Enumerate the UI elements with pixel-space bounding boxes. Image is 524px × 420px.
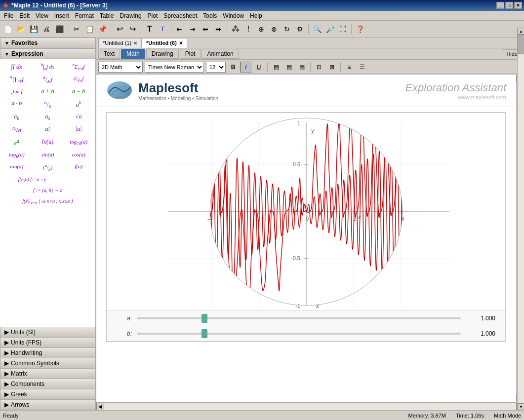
expr-mul[interactable]: a · b (2, 98, 32, 111)
arrows-section[interactable]: ▶ Arrows (0, 400, 95, 410)
align-right-btn[interactable]: ➡ (212, 23, 224, 35)
save-button[interactable]: 💾 (28, 23, 40, 35)
expr-factorial[interactable]: a! (33, 124, 63, 136)
handwriting-section[interactable]: ▶ Handwriting (0, 348, 95, 358)
slider-a-track[interactable] (137, 317, 461, 319)
expr-logb[interactable]: logb(a) (2, 150, 32, 160)
maple-btn2[interactable]: ! (242, 23, 254, 35)
expr-tan[interactable]: tan(a) (2, 161, 32, 173)
cut-button[interactable]: ✂ (71, 23, 82, 35)
align-center-format[interactable]: ▤ (283, 62, 294, 73)
expression-header[interactable]: ▼ Expression (0, 48, 95, 59)
italic-button[interactable]: I (241, 62, 251, 73)
align-left-format[interactable]: ▤ (271, 62, 282, 73)
maple-btn6[interactable]: ⚙ (294, 23, 306, 35)
expr-sin[interactable]: sin(a) (33, 150, 63, 160)
expr-log10[interactable]: log10(a) (64, 137, 93, 149)
menu-drawing[interactable]: Drawing (117, 11, 145, 20)
expr-piecewise[interactable]: f(x)|x=a { -x x<a ; x x≥a } (2, 196, 93, 207)
plot-area[interactable]: -4 -2 0 2 4 0.5 -0.5 (107, 113, 505, 310)
expr-subscript2[interactable]: as (33, 112, 63, 122)
expr-add[interactable]: a + b (33, 86, 63, 97)
text-mode-button[interactable]: T (144, 23, 156, 35)
tab-untitled6[interactable]: *Untitled (6) ✕ (142, 38, 187, 48)
zoom-btn3[interactable]: ⛶ (337, 23, 349, 35)
expr-sum[interactable]: nΣi=kf (64, 61, 93, 73)
menu-table[interactable]: Table (97, 11, 117, 20)
undo-button[interactable]: ↩ (114, 23, 125, 35)
indent-fmt-btn[interactable]: ⊡ (314, 62, 324, 73)
expr-partial[interactable]: ∂/∂xf (64, 74, 93, 85)
mode-select[interactable]: 2D Math (98, 62, 143, 73)
align-left-btn[interactable]: ⬅ (200, 23, 211, 35)
minimize-button[interactable]: _ (496, 2, 504, 9)
print-button[interactable]: 🖨 (40, 23, 52, 35)
size-select[interactable]: 891011121416182436 (206, 62, 226, 73)
menu-insert[interactable]: Insert (51, 11, 72, 20)
close-button[interactable]: ✕ (514, 2, 522, 9)
expr-div[interactable]: a/b (33, 98, 63, 111)
maple-btn1[interactable]: ⁂ (230, 23, 242, 35)
expr-nroot[interactable]: n√a (2, 124, 32, 136)
paste-button[interactable]: 📌 (96, 23, 108, 35)
expr-power[interactable]: ab (64, 98, 93, 111)
expr-subscript[interactable]: an (2, 112, 32, 122)
zoom-out-button[interactable]: 🔎 (324, 23, 336, 35)
expr-exp[interactable]: ea (2, 137, 32, 149)
copy-button[interactable]: 📋 (83, 23, 95, 35)
maple-btn3[interactable]: ⊕ (255, 23, 267, 35)
menu-edit[interactable]: Edit (16, 11, 33, 20)
slider-a-thumb[interactable] (202, 314, 207, 323)
expr-product[interactable]: n∏i=kf (2, 74, 32, 85)
font-select[interactable]: Times New RomanArialCourierHelvetica (145, 62, 204, 73)
tab-text[interactable]: Text (98, 49, 120, 59)
tab-untitled1[interactable]: *Untitled (1) ✕ (98, 38, 142, 48)
underline-button[interactable]: U (253, 62, 264, 73)
maple-btn5[interactable]: ↻ (281, 23, 293, 35)
expr-cos[interactable]: cos(a) (64, 150, 93, 160)
common-symbols-section[interactable]: ▶ Common Symbols (0, 358, 95, 369)
open-button[interactable]: 📂 (15, 23, 27, 35)
expr-defintegral[interactable]: b∫af dx (33, 61, 63, 73)
expr-limit[interactable]: xlim f (2, 86, 32, 97)
expr-ln[interactable]: ln(a) (33, 137, 63, 149)
align-right-format[interactable]: ▤ (296, 62, 307, 73)
menu-file[interactable]: File (1, 11, 16, 20)
tab-drawing[interactable]: Drawing (146, 49, 179, 59)
menu-view[interactable]: View (33, 11, 51, 20)
indent-button[interactable]: ⇤ (174, 23, 186, 35)
outdent-button[interactable]: ⇥ (187, 23, 199, 35)
favorites-header[interactable]: ▼ Favorites (0, 38, 95, 48)
list-btn2[interactable]: ☰ (357, 62, 367, 73)
new-button[interactable]: 📄 (2, 23, 14, 35)
menu-help[interactable]: Help (247, 11, 265, 20)
units-si-section[interactable]: ▶ Units (SI) (0, 327, 95, 338)
matrix-section[interactable]: ▶ Matrix (0, 369, 95, 379)
expr-func[interactable]: f(a) (64, 161, 93, 173)
slider-b-track[interactable] (137, 333, 461, 335)
tab1-close-icon[interactable]: ✕ (133, 40, 137, 46)
expr-map3[interactable]: f := (a, b) → z (2, 185, 93, 195)
expr-derivative[interactable]: d/dxf (33, 74, 63, 85)
expr-abs[interactable]: |a| (64, 124, 93, 136)
menu-format[interactable]: Format (72, 11, 97, 20)
expr-map2[interactable] (64, 174, 93, 184)
tab2-close-icon[interactable]: ✕ (179, 40, 183, 46)
print2-button[interactable]: ⬛ (53, 23, 65, 35)
greek-section[interactable]: ▶ Greek (0, 389, 95, 400)
scroll-left-button[interactable]: ◀ (96, 403, 104, 411)
maximize-button[interactable]: □ (505, 2, 513, 9)
components-section[interactable]: ▶ Components (0, 379, 95, 389)
units-fps-section[interactable]: ▶ Units (FPS) (0, 338, 95, 348)
help-icon[interactable]: ❓ (354, 23, 366, 35)
zoom-in-button[interactable]: 🔍 (311, 23, 323, 35)
bold-button[interactable]: B (228, 62, 239, 73)
maple-btn4[interactable]: ⊗ (268, 23, 280, 35)
math-mode-button[interactable]: T (157, 23, 168, 35)
expr-matrix[interactable]: (a/b) (33, 161, 63, 173)
menu-tools[interactable]: Tools (200, 11, 220, 20)
redo-button[interactable]: ↪ (126, 23, 138, 35)
tab-animation[interactable]: Animation (202, 49, 239, 59)
tab-math[interactable]: Math (121, 49, 145, 59)
menu-window[interactable]: Window (220, 11, 247, 20)
